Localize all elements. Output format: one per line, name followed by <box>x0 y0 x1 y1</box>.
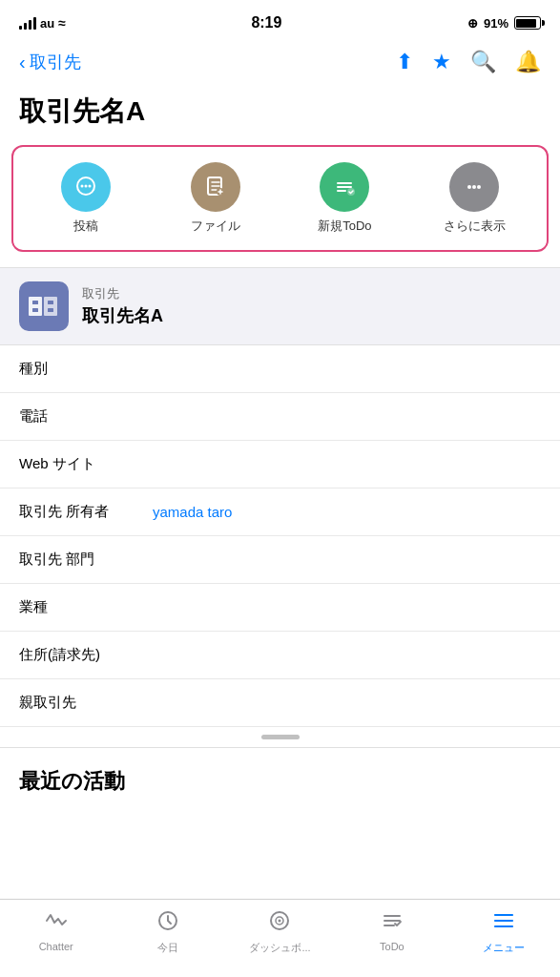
field-row-parent: 親取引先 <box>0 679 560 727</box>
gps-icon: ⊕ <box>467 16 478 31</box>
svg-rect-18 <box>48 308 53 312</box>
post-icon <box>61 162 111 212</box>
field-row-address: 住所(請求先) <box>0 632 560 679</box>
svg-point-22 <box>279 920 281 923</box>
scroll-indicator <box>0 727 560 747</box>
todo-label: 新規ToDo <box>318 218 371 235</box>
status-left: au ≈ <box>19 15 66 31</box>
field-value-owner: yamada taro <box>153 504 232 520</box>
back-label: 取引先 <box>30 51 81 73</box>
file-button[interactable]: ファイル <box>177 162 254 235</box>
more-label: さらに表示 <box>444 218 506 235</box>
record-info: 取引先 取引先名A <box>82 285 163 327</box>
field-row-website: Web サイト <box>0 441 560 488</box>
nav-bar: ‹ 取引先 ⬆ ★ 🔍 🔔 <box>0 42 560 86</box>
wifi-icon: ≈ <box>58 15 66 31</box>
svg-point-3 <box>88 185 91 188</box>
file-icon <box>191 162 240 212</box>
battery-percent: 91% <box>484 16 508 31</box>
svg-point-1 <box>80 185 83 188</box>
svg-rect-13 <box>29 297 42 316</box>
recent-activity-header: 最近の活動 <box>0 747 560 807</box>
svg-rect-16 <box>48 301 53 304</box>
dashboard-tab-icon <box>268 909 291 938</box>
record-type: 取引先 <box>82 285 163 302</box>
tab-menu[interactable]: メニュー <box>456 909 551 955</box>
record-card: 取引先 取引先名A <box>0 267 560 345</box>
scroll-pill <box>261 735 300 739</box>
menu-tab-label: メニュー <box>483 941 525 955</box>
new-todo-button[interactable]: 新規ToDo <box>306 162 383 235</box>
field-list: 種別 電話 Web サイト 取引先 所有者 yamada taro 取引先 部門… <box>0 345 560 727</box>
field-label-phone: 電話 <box>19 407 153 426</box>
nav-actions: ⬆ ★ 🔍 🔔 <box>396 50 541 74</box>
carrier-label: au <box>40 16 54 31</box>
tab-todo[interactable]: ToDo <box>344 909 440 952</box>
status-time: 8:19 <box>251 14 281 31</box>
svg-point-11 <box>472 185 476 189</box>
svg-point-2 <box>84 185 87 188</box>
file-label: ファイル <box>191 218 240 235</box>
post-button[interactable]: 投稿 <box>48 162 124 235</box>
chatter-tab-label: Chatter <box>39 941 73 952</box>
share-icon[interactable]: ⬆ <box>396 50 413 74</box>
signal-icon <box>19 16 36 30</box>
field-label-parent: 親取引先 <box>19 694 153 712</box>
svg-point-10 <box>467 185 471 189</box>
search-icon[interactable]: 🔍 <box>470 50 496 74</box>
post-label: 投稿 <box>73 218 98 235</box>
page-title: 取引先名A <box>0 86 560 145</box>
back-button[interactable]: ‹ 取引先 <box>19 51 81 73</box>
notification-icon[interactable]: 🔔 <box>515 50 541 74</box>
field-row-department: 取引先 部門 <box>0 536 560 584</box>
field-label-department: 取引先 部門 <box>19 551 153 569</box>
field-label-industry: 業種 <box>19 598 153 616</box>
today-tab-icon <box>156 909 179 938</box>
status-right: ⊕ 91% <box>467 16 541 31</box>
more-button[interactable]: さらに表示 <box>436 162 512 235</box>
record-icon <box>19 281 69 331</box>
record-name: 取引先名A <box>82 304 163 327</box>
status-bar: au ≈ 8:19 ⊕ 91% <box>0 0 560 42</box>
back-chevron-icon: ‹ <box>19 52 26 72</box>
menu-tab-icon <box>492 909 515 938</box>
field-label-category: 種別 <box>19 360 153 378</box>
field-label-address: 住所(請求先) <box>19 646 153 664</box>
tab-dashboard[interactable]: ダッシュボ... <box>232 909 327 955</box>
field-row-industry: 業種 <box>0 584 560 632</box>
svg-rect-15 <box>32 301 38 304</box>
field-label-owner: 取引先 所有者 <box>19 503 153 521</box>
favorite-icon[interactable]: ★ <box>432 50 451 74</box>
field-label-website: Web サイト <box>19 455 153 473</box>
todo-tab-icon <box>381 909 404 938</box>
tab-chatter[interactable]: Chatter <box>9 909 104 952</box>
tab-bar: Chatter 今日 ダッシュボ... <box>0 899 560 977</box>
action-buttons-row: 投稿 ファイル 新規ToDo <box>11 145 549 252</box>
svg-rect-14 <box>44 297 57 316</box>
tab-today[interactable]: 今日 <box>120 909 216 955</box>
todo-icon <box>320 162 369 212</box>
todo-tab-label: ToDo <box>380 941 404 952</box>
today-tab-label: 今日 <box>157 941 178 955</box>
chatter-tab-icon <box>45 909 68 938</box>
svg-rect-17 <box>32 308 38 312</box>
field-row-phone: 電話 <box>0 393 560 441</box>
svg-point-12 <box>477 185 481 189</box>
battery-icon <box>514 16 541 30</box>
field-row-owner[interactable]: 取引先 所有者 yamada taro <box>0 488 560 536</box>
field-row-category: 種別 <box>0 345 560 393</box>
more-icon <box>449 162 499 212</box>
dashboard-tab-label: ダッシュボ... <box>249 941 310 955</box>
